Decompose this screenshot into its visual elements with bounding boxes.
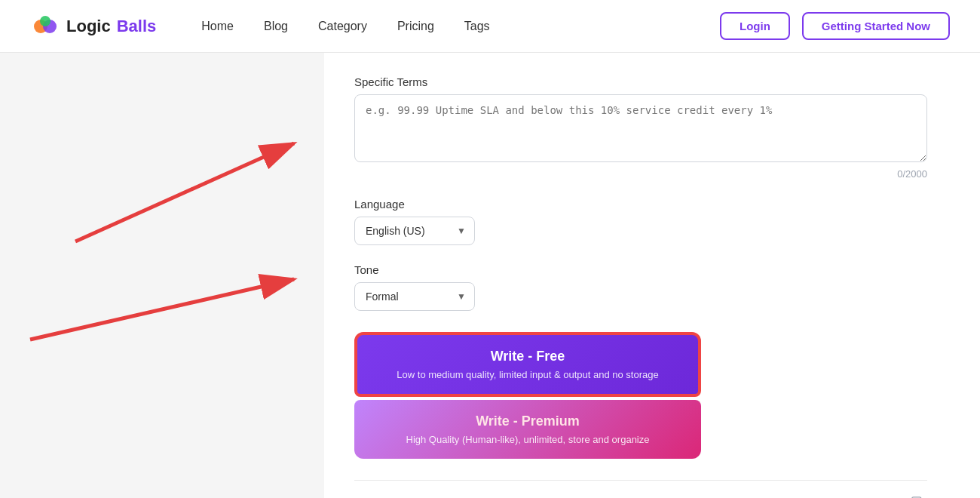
nav-blog[interactable]: Blog xyxy=(264,20,288,33)
getting-started-button[interactable]: Getting Started Now xyxy=(802,12,950,40)
main-layout: Specific Terms 0/2000 Language English (… xyxy=(0,53,980,498)
language-section: Language English (US) English (UK) Spani… xyxy=(354,198,927,245)
svg-point-2 xyxy=(40,16,51,26)
nav-home[interactable]: Home xyxy=(201,20,234,33)
header: LogicBalls Home Blog Category Pricing Ta… xyxy=(0,0,980,53)
write-free-button[interactable]: Write - Free Low to medium quality, limi… xyxy=(354,332,701,397)
write-free-title: Write - Free xyxy=(371,349,684,364)
left-panel xyxy=(0,53,324,498)
specific-terms-input[interactable] xyxy=(354,94,927,162)
write-buttons-group: Write - Free Low to medium quality, limi… xyxy=(354,332,701,459)
nav-pricing[interactable]: Pricing xyxy=(397,20,434,33)
nav-category[interactable]: Category xyxy=(318,20,367,33)
tone-section: Tone Formal Casual Professional Friendly… xyxy=(354,263,927,311)
tone-select-wrapper: Formal Casual Professional Friendly ▼ xyxy=(354,282,475,311)
write-free-subtitle: Low to medium quality, limited input & o… xyxy=(371,369,684,380)
arrow-2 xyxy=(15,226,317,362)
tone-label: Tone xyxy=(354,263,927,276)
language-select[interactable]: English (US) English (UK) Spanish French… xyxy=(354,217,475,245)
form-section: Specific Terms 0/2000 Language English (… xyxy=(354,75,927,498)
logo[interactable]: LogicBalls xyxy=(30,11,156,42)
tone-select[interactable]: Formal Casual Professional Friendly xyxy=(354,282,475,311)
write-premium-subtitle: High Quality (Human-like), unlimited, st… xyxy=(368,434,688,445)
logo-text-balls: Balls xyxy=(117,17,157,36)
write-premium-title: Write - Premium xyxy=(368,413,688,429)
header-actions: Login Getting Started Now xyxy=(720,12,950,40)
write-premium-button[interactable]: Write - Premium High Quality (Human-like… xyxy=(354,400,701,459)
svg-line-6 xyxy=(30,279,294,340)
specific-terms-label: Specific Terms xyxy=(354,75,927,88)
content-panel: Specific Terms 0/2000 Language English (… xyxy=(324,53,980,498)
language-label: Language xyxy=(354,198,927,211)
preview-section: Preview xyxy=(354,480,927,498)
language-select-wrapper: English (US) English (UK) Spanish French… xyxy=(354,217,475,245)
main-nav: Home Blog Category Pricing Tags xyxy=(201,20,720,33)
login-button[interactable]: Login xyxy=(720,12,790,40)
logo-icon xyxy=(30,11,60,42)
specific-terms-section: Specific Terms 0/2000 xyxy=(354,75,927,180)
nav-tags[interactable]: Tags xyxy=(464,20,490,33)
char-count: 0/2000 xyxy=(354,168,927,180)
logo-text-logic: Logic xyxy=(66,17,111,36)
